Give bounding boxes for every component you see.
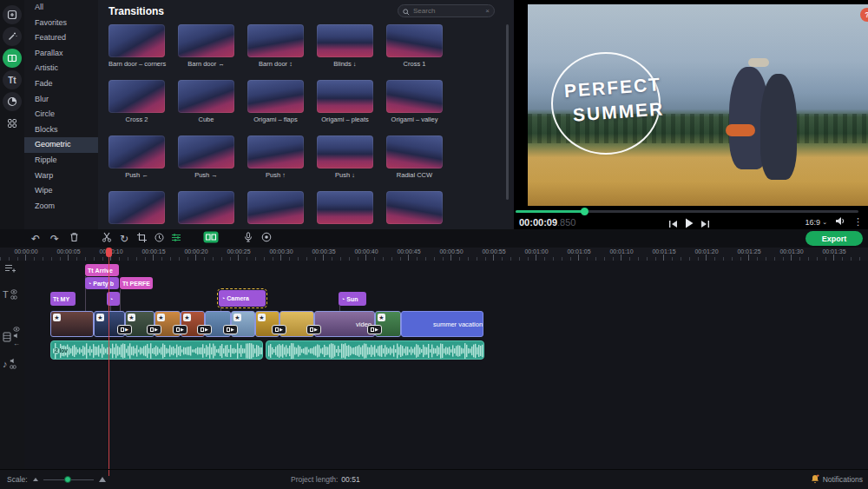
sidebar-item-artistic[interactable]: Artistic bbox=[24, 61, 98, 76]
scale-slider[interactable] bbox=[43, 479, 94, 480]
transition-item[interactable]: Barn door ↕ bbox=[247, 24, 304, 68]
sidebar-item-geometric[interactable]: Geometric bbox=[24, 137, 98, 153]
sidebar-item-parallax[interactable]: Parallax bbox=[24, 46, 98, 62]
transition-item[interactable]: Origami – flaps bbox=[247, 80, 304, 123]
transition-thumbnail[interactable] bbox=[317, 135, 373, 169]
transition-item[interactable]: Barn door – corners bbox=[108, 24, 165, 68]
video-clip[interactable]: ★ bbox=[50, 311, 94, 337]
crop-button[interactable] bbox=[134, 231, 149, 246]
sidebar-item-warp[interactable]: Warp bbox=[24, 169, 98, 184]
title-clip[interactable]: TtMY bbox=[50, 292, 76, 306]
transition-thumbnail[interactable] bbox=[317, 80, 373, 113]
redo-button[interactable]: ↷ bbox=[47, 231, 62, 246]
transition-item[interactable]: Barn door ↔ bbox=[178, 24, 234, 68]
title-clip[interactable]: TtArrive bbox=[85, 264, 119, 276]
search-box[interactable]: × bbox=[398, 4, 495, 17]
scale-slider-knob[interactable] bbox=[64, 476, 71, 483]
rotate-button[interactable]: ↻ bbox=[116, 231, 132, 246]
transition-item[interactable]: Cross 1 bbox=[386, 24, 443, 68]
sidebar-item-ripple[interactable]: Ripple bbox=[24, 153, 98, 169]
transition-thumbnail[interactable] bbox=[247, 191, 304, 224]
transition-thumbnail[interactable] bbox=[108, 135, 165, 169]
transition-thumbnail[interactable] bbox=[386, 191, 443, 224]
speaker-icon[interactable] bbox=[10, 358, 16, 364]
eye-icon[interactable] bbox=[10, 289, 17, 294]
speed-button[interactable] bbox=[151, 231, 167, 246]
filters-button[interactable] bbox=[3, 27, 22, 46]
sidebar-item-zoom[interactable]: Zoom bbox=[24, 199, 98, 215]
transition-item[interactable]: Origami – valley bbox=[386, 80, 443, 123]
transition-chip[interactable]: ▶ bbox=[197, 325, 212, 334]
transition-item[interactable]: Cross 2 bbox=[108, 80, 165, 123]
transition-thumbnail[interactable] bbox=[247, 135, 304, 169]
video-track-header[interactable]: ← bbox=[3, 327, 20, 347]
export-button[interactable]: Export bbox=[806, 231, 863, 246]
webcam-capture-button[interactable] bbox=[259, 231, 274, 246]
link-icon[interactable] bbox=[10, 365, 16, 369]
panel-scrollbar[interactable] bbox=[506, 24, 509, 200]
transition-thumbnail[interactable] bbox=[178, 191, 234, 224]
transition-chip[interactable]: ▶ bbox=[117, 325, 132, 334]
transition-chip[interactable]: ▶ bbox=[272, 325, 286, 334]
transition-item[interactable]: Push ↑ bbox=[247, 135, 304, 179]
transition-thumbnail[interactable] bbox=[178, 24, 234, 57]
preview-menu-icon[interactable]: ⋮ bbox=[853, 216, 863, 228]
sticker-clip[interactable]: ◔Party b bbox=[85, 277, 119, 289]
preview-video-frame[interactable]: PERFECT SUMMER ? bbox=[528, 4, 868, 206]
undo-button[interactable]: ↶ bbox=[28, 231, 43, 246]
stickers-button[interactable] bbox=[3, 92, 22, 111]
transition-thumbnail[interactable] bbox=[247, 24, 304, 57]
eye-icon[interactable] bbox=[13, 327, 20, 332]
zoom-out-icon[interactable] bbox=[33, 478, 38, 481]
sidebar-item-featured[interactable]: Featured bbox=[24, 30, 98, 46]
link-icon[interactable] bbox=[10, 295, 17, 300]
progress-handle[interactable] bbox=[581, 208, 589, 215]
transition-thumbnail[interactable] bbox=[178, 80, 234, 113]
transition-item[interactable]: Cube bbox=[178, 80, 234, 123]
transition-item[interactable] bbox=[108, 191, 165, 224]
audio-clip[interactable]: 2 lov bbox=[50, 340, 263, 360]
transition-item[interactable]: Origami – pleats bbox=[317, 80, 373, 123]
transition-item[interactable]: Push ↓ bbox=[317, 135, 373, 179]
audio-track-header[interactable]: ♪ bbox=[3, 358, 16, 369]
sidebar-item-favorites[interactable]: Favorites bbox=[24, 16, 98, 31]
transition-thumbnail[interactable] bbox=[247, 80, 304, 113]
transition-thumbnail[interactable] bbox=[317, 24, 373, 57]
sidebar-item-circle[interactable]: Circle bbox=[24, 107, 98, 122]
title-clip[interactable]: TtPERFE bbox=[120, 277, 153, 289]
zoom-in-icon[interactable] bbox=[99, 477, 106, 482]
transition-thumbnail[interactable] bbox=[386, 80, 443, 113]
sticker-clip[interactable]: ◔Camera bbox=[219, 290, 266, 307]
delete-button[interactable] bbox=[66, 231, 82, 246]
import-media-button[interactable] bbox=[3, 5, 22, 24]
transition-thumbnail[interactable] bbox=[108, 24, 165, 57]
record-audio-button[interactable] bbox=[240, 231, 256, 246]
transition-chip[interactable]: ▶ bbox=[223, 325, 238, 334]
playhead-marker[interactable] bbox=[106, 248, 112, 257]
title-track-header[interactable]: T bbox=[3, 289, 17, 300]
sidebar-item-all[interactable]: All bbox=[24, 0, 98, 16]
help-button[interactable]: ? bbox=[860, 8, 868, 22]
speaker-icon[interactable] bbox=[13, 333, 20, 339]
sticker-clip[interactable]: ◔Sun bbox=[339, 292, 366, 306]
transition-chip[interactable]: ▶ bbox=[173, 325, 187, 334]
transitions-button[interactable] bbox=[3, 49, 22, 68]
audio-clip[interactable] bbox=[266, 340, 484, 360]
more-tools-button[interactable] bbox=[3, 114, 22, 133]
volume-icon[interactable] bbox=[835, 216, 845, 228]
transition-chip[interactable]: ▶ bbox=[306, 325, 321, 334]
transition-item[interactable] bbox=[178, 191, 234, 224]
sidebar-item-fade[interactable]: Fade bbox=[24, 76, 98, 92]
preview-progress-bar[interactable] bbox=[516, 210, 858, 213]
transition-thumbnail[interactable] bbox=[386, 135, 443, 169]
sidebar-item-wipe[interactable]: Wipe bbox=[24, 183, 98, 199]
transition-item[interactable]: Radial CCW bbox=[386, 135, 443, 179]
transition-wizard-button[interactable] bbox=[203, 231, 219, 246]
video-clip[interactable]: summer vacation.mov bbox=[401, 311, 483, 337]
arrow-left-icon[interactable]: ← bbox=[13, 340, 20, 347]
transition-item[interactable] bbox=[317, 191, 373, 224]
transition-item[interactable]: Push ← bbox=[108, 135, 165, 179]
transition-thumbnail[interactable] bbox=[108, 80, 165, 113]
search-input[interactable] bbox=[413, 7, 482, 15]
transition-item[interactable]: Push → bbox=[178, 135, 234, 179]
